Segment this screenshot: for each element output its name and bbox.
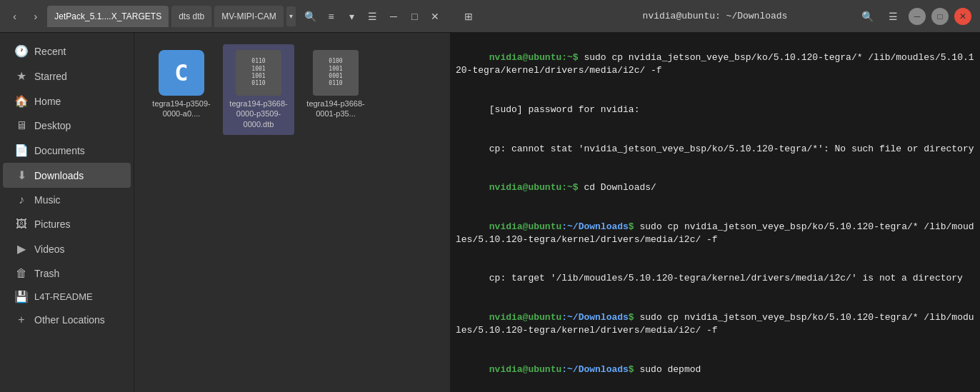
sidebar-item-starred[interactable]: ★ Starred <box>3 64 131 89</box>
music-icon: ♪ <box>14 194 29 206</box>
tab-dts-label: dts dtb <box>179 11 204 21</box>
forward-button[interactable]: › <box>26 6 44 26</box>
prompt-user-1: nvidia@ubuntu <box>489 52 561 63</box>
sidebar-label-desktop: Desktop <box>34 120 71 131</box>
search-button[interactable]: 🔍 <box>301 6 319 26</box>
maximize-button[interactable]: □ <box>406 6 424 26</box>
prompt-user-4: nvidia@ubuntu <box>489 182 561 193</box>
view-options-button[interactable]: ▾ <box>343 6 361 26</box>
l4t-icon: 💾 <box>14 290 29 303</box>
sidebar-label-music: Music <box>34 194 61 206</box>
tab-jetpack[interactable]: JetPack_5.1....X_TARGETS <box>47 6 169 27</box>
file-item-3[interactable]: 0100100100010110 tegra194-p3668-0001-p35… <box>300 44 371 135</box>
term-line-6: cp: target '/lib/moudles/5.10.120-tegra/… <box>456 259 974 298</box>
pictures-icon: 🖼 <box>14 218 29 231</box>
file-icon-c: C <box>159 50 204 96</box>
tab-mipi-label: MV-MIPI-CAM <box>221 11 276 21</box>
fm-toolbar: ‹ › JetPack_5.1....X_TARGETS dts dtb MV-… <box>0 0 450 33</box>
file-icon-dtb-1: 0110100110010110 <box>236 50 281 96</box>
sidebar-item-downloads[interactable]: ⬇ Downloads <box>3 163 131 188</box>
terminal-close-button[interactable]: ✕ <box>954 8 971 25</box>
terminal: ⊞ nvidia@ubuntu: ~/Downloads 🔍 ☰ ─ □ ✕ n… <box>450 0 980 392</box>
sidebar-item-home[interactable]: 🏠 Home <box>3 89 131 114</box>
terminal-titlebar-left: ⊞ <box>459 6 479 26</box>
term-line-4: nvidia@ubuntu:~$ cd Downloads/ <box>456 169 974 208</box>
terminal-minimize-button[interactable]: ─ <box>909 8 926 25</box>
sidebar-label-recent: Recent <box>34 46 66 57</box>
terminal-maximize-button[interactable]: □ <box>931 8 949 25</box>
sidebar-label-pictures: Pictures <box>34 218 71 230</box>
desktop-icon: 🖥 <box>14 119 29 132</box>
terminal-menu-button[interactable]: ☰ <box>883 6 903 26</box>
file-icon-dtb-2: 0100100100010110 <box>313 50 359 96</box>
videos-icon: ▶ <box>14 242 29 256</box>
tab-mipi[interactable]: MV-MIPI-CAM <box>214 6 284 27</box>
sidebar-item-documents[interactable]: 📄 Documents <box>3 138 131 163</box>
minimize-button[interactable]: ─ <box>384 6 402 26</box>
sidebar-label-home: Home <box>34 96 61 107</box>
sidebar-label-downloads: Downloads <box>34 170 84 181</box>
term-line-3: cp: cannot stat 'nvidia_jetson_veye_bsp/… <box>456 129 974 169</box>
prompt-user-5: nvidia@ubuntu <box>489 221 561 232</box>
term-line-1: nvidia@ubuntu:~$ sudo cp nvidia_jetson_v… <box>456 39 974 91</box>
sidebar-item-pictures[interactable]: 🖼 Pictures <box>3 212 131 236</box>
prompt-user-8: nvidia@ubuntu <box>489 364 561 375</box>
fm-sidebar: 🕐 Recent ★ Starred 🏠 Home 🖥 Desktop 📄 Do… <box>0 33 134 392</box>
fm-content: C tegra194-p3509-0000-a0.... 01101001100… <box>134 33 450 392</box>
file-name-2: tegra194-p3668-0000-p3509-0000.dtb <box>229 99 289 129</box>
term-line-5: nvidia@ubuntu:~/Downloads$ sudo cp nvidi… <box>456 207 974 259</box>
terminal-titlebar-right: 🔍 ☰ ─ □ ✕ <box>857 6 971 26</box>
fm-body: 🕐 Recent ★ Starred 🏠 Home 🖥 Desktop 📄 Do… <box>0 33 450 392</box>
menu-button[interactable]: ☰ <box>364 6 381 26</box>
terminal-search-button[interactable]: 🔍 <box>857 6 877 26</box>
close-button[interactable]: ✕ <box>426 6 444 26</box>
terminal-embed-button[interactable]: ⊞ <box>459 6 479 26</box>
back-button[interactable]: ‹ <box>6 6 24 26</box>
term-line-7: nvidia@ubuntu:~/Downloads$ sudo cp nvidi… <box>456 298 974 351</box>
other-icon: + <box>14 313 29 326</box>
tab-dts[interactable]: dts dtb <box>171 6 211 27</box>
file-item-1[interactable]: C tegra194-p3509-0000-a0.... <box>146 44 217 135</box>
tab-dropdown-button[interactable]: ▾ <box>286 6 296 26</box>
sidebar-item-videos[interactable]: ▶ Videos <box>3 236 131 261</box>
recent-icon: 🕐 <box>14 44 29 58</box>
terminal-body[interactable]: nvidia@ubuntu:~$ sudo cp nvidia_jetson_v… <box>450 33 980 392</box>
file-manager: ‹ › JetPack_5.1....X_TARGETS dts dtb MV-… <box>0 0 450 392</box>
sidebar-item-recent[interactable]: 🕐 Recent <box>3 39 131 64</box>
downloads-icon: ⬇ <box>14 169 29 182</box>
prompt-user-7: nvidia@ubuntu <box>489 312 561 323</box>
trash-icon: 🗑 <box>14 267 29 280</box>
file-name-3: tegra194-p3668-0001-p35... <box>306 99 366 119</box>
sidebar-label-videos: Videos <box>34 243 65 255</box>
view-list-button[interactable]: ≡ <box>322 6 340 26</box>
sidebar-label-documents: Documents <box>34 145 85 156</box>
sidebar-item-desktop[interactable]: 🖥 Desktop <box>3 114 131 138</box>
file-item-2[interactable]: 0110100110010110 tegra194-p3668-0000-p35… <box>223 44 294 135</box>
home-icon: 🏠 <box>14 94 29 108</box>
sidebar-item-trash[interactable]: 🗑 Trash <box>3 261 131 286</box>
sidebar-label-starred: Starred <box>34 71 67 82</box>
sidebar-label-l4t: L4T-README <box>34 291 93 302</box>
sidebar-item-music[interactable]: ♪ Music <box>3 188 131 212</box>
file-name-1: tegra194-p3509-0000-a0.... <box>151 99 211 119</box>
documents-icon: 📄 <box>14 144 29 157</box>
sidebar-label-trash: Trash <box>34 268 59 279</box>
term-line-8: nvidia@ubuntu:~/Downloads$ sudo depmod <box>456 351 974 390</box>
term-line-2: [sudo] password for nvidia: <box>456 91 974 130</box>
starred-icon: ★ <box>14 69 29 83</box>
sidebar-item-other[interactable]: + Other Locations <box>3 308 131 332</box>
sidebar-label-other: Other Locations <box>34 314 105 326</box>
terminal-titlebar: ⊞ nvidia@ubuntu: ~/Downloads 🔍 ☰ ─ □ ✕ <box>450 0 980 33</box>
terminal-title: nvidia@ubuntu: ~/Downloads <box>643 11 788 21</box>
sidebar-item-l4t[interactable]: 💾 L4T-README <box>3 286 131 308</box>
tab-jetpack-label: JetPack_5.1....X_TARGETS <box>54 11 161 21</box>
term-line-9: nvidia@ubuntu:~/Downloads$ sudo mkdir /b… <box>456 389 974 392</box>
